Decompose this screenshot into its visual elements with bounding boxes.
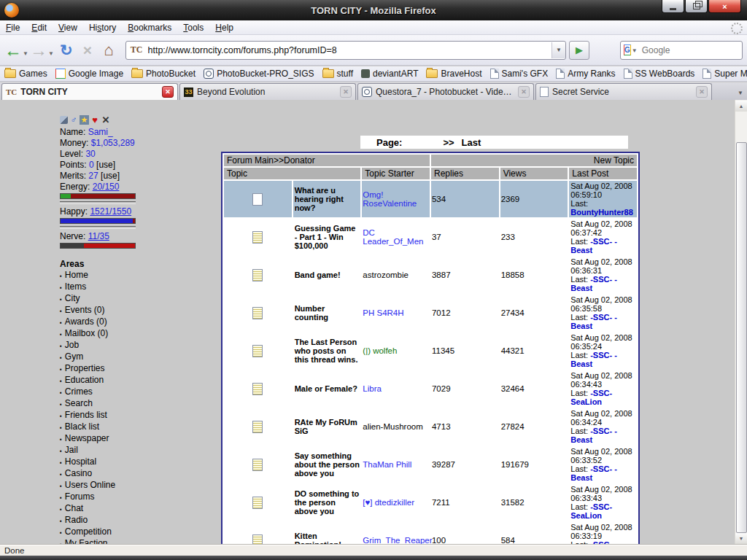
vertical-scrollbar[interactable]: ▲ ▼	[735, 100, 747, 545]
tab-close-icon[interactable]: ✕	[518, 86, 530, 98]
sidebar-link[interactable]: ▪ Job	[60, 340, 180, 351]
sidebar-link[interactable]: ▪ Black list	[60, 421, 180, 433]
sidebar-link[interactable]: ▪ Casino	[60, 468, 180, 480]
points-use-link[interactable]: [use]	[96, 160, 115, 170]
sidebar-link[interactable]: ▪ Competition	[60, 526, 180, 538]
topic-title-link[interactable]: RAte My FoRUm SiG	[295, 418, 357, 435]
browser-tab[interactable]: 33 Beyond Evolution ✕	[179, 83, 356, 100]
star-icon[interactable]: ★	[80, 115, 89, 125]
forward-dropdown-icon[interactable]: ▼	[48, 50, 54, 57]
sidebar-link[interactable]: ▪ Forums	[60, 491, 180, 503]
menu-item[interactable]: Bookmarks	[122, 21, 177, 34]
bookmark-item[interactable]: stuff	[322, 69, 353, 79]
sidebar-link[interactable]: ▪ Users Online	[60, 480, 180, 491]
topic-starter-link[interactable]: alien-Mushroom	[363, 422, 422, 431]
topic-starter-link[interactable]: Grim_The_Reaper	[363, 536, 432, 545]
scrollbar-thumb[interactable]	[736, 142, 747, 533]
bookmark-item[interactable]: Games	[4, 69, 47, 79]
topic-title-link[interactable]: The Last Person who posts on this thread…	[295, 338, 358, 364]
reload-button[interactable]: ↻	[55, 38, 77, 63]
bookmark-item[interactable]: Sami's GFX	[490, 69, 549, 79]
sidebar-link[interactable]: ▪ Gym	[60, 351, 180, 363]
topic-starter-link[interactable]: Libra	[363, 384, 382, 393]
search-engine-dropdown-icon[interactable]: ▼	[632, 47, 638, 54]
sidebar-link[interactable]: ▪ Chat	[60, 503, 180, 515]
sidebar-link[interactable]: ▪ Events (0)	[60, 305, 180, 316]
sidebar-link[interactable]: ▪ Awards (0)	[60, 316, 180, 328]
bookmark-item[interactable]: Super Mario Brothers	[703, 69, 747, 79]
topic-title-link[interactable]: Number counting	[295, 304, 328, 322]
minimize-button[interactable]	[662, 0, 684, 13]
topic-title-link[interactable]: Band game!	[295, 271, 341, 279]
topic-title-link[interactable]: Say something about the person above you	[295, 451, 360, 478]
item-icon[interactable]	[60, 116, 68, 124]
tab-close-icon[interactable]: ✕	[696, 86, 708, 98]
topic-title-link[interactable]: What are u hearing right now?	[295, 186, 344, 212]
home-button[interactable]: ⌂	[98, 38, 120, 63]
bookmark-item[interactable]: Google Image	[55, 69, 123, 79]
menu-item[interactable]: Help	[209, 21, 239, 34]
menu-item[interactable]: Edit	[26, 21, 53, 34]
url-bar[interactable]: TC ▼	[125, 41, 566, 60]
energy-value-link[interactable]: 20/150	[93, 182, 120, 192]
sidebar-link[interactable]: ▪ Jail	[60, 445, 180, 456]
scroll-up-icon[interactable]: ▲	[735, 101, 747, 112]
topic-starter-link[interactable]: ThaMan Phill	[363, 460, 411, 469]
browser-tab[interactable]: Questora_7 - Photobucket - Video and... …	[357, 83, 534, 100]
bookmark-item[interactable]: PhotoBucket	[131, 69, 196, 79]
sidebar-link[interactable]: ▪ Radio	[60, 515, 180, 526]
happy-value-link[interactable]: 1521/1550	[90, 206, 131, 217]
sidebar-link[interactable]: ▪ Friends list	[60, 410, 180, 421]
menu-item[interactable]: View	[53, 21, 83, 34]
browser-tab[interactable]: TC TORN CITY ✕	[1, 83, 178, 100]
nerve-value-link[interactable]: 11/35	[88, 231, 109, 241]
back-button[interactable]: ←▼	[4, 38, 30, 63]
merits-use-link[interactable]: [use]	[101, 171, 120, 181]
sidebar-link[interactable]: ▪ City	[60, 293, 180, 305]
bookmark-item[interactable]: SS WebBoards	[624, 69, 695, 79]
topic-starter-link[interactable]: Omg! RoseValentine	[363, 190, 417, 208]
tab-close-icon[interactable]: ✕	[340, 86, 352, 98]
last-poster-link[interactable]: BountyHunter88	[570, 208, 633, 217]
sidebar-link[interactable]: ▪ Mailbox (0)	[60, 328, 180, 340]
scroll-down-icon[interactable]: ▼	[735, 533, 747, 544]
menu-item[interactable]: History	[83, 21, 122, 34]
heart-icon[interactable]: ♥	[90, 115, 100, 125]
bookmark-item[interactable]: BraveHost	[426, 69, 481, 79]
topic-starter-link[interactable]: astrozombie	[363, 271, 409, 279]
money-value[interactable]: $1,053,289	[91, 138, 135, 148]
close-button[interactable]: ×	[708, 0, 741, 13]
tab-list-dropdown[interactable]: ▼	[734, 85, 747, 100]
sidebar-link[interactable]: ▪ Hospital	[60, 456, 180, 468]
menu-item[interactable]: File	[0, 21, 26, 34]
sidebar-link[interactable]: ▪ Search	[60, 398, 180, 410]
last-page-link[interactable]: Last	[462, 137, 481, 148]
sidebar-link[interactable]: ▪ My Faction	[60, 538, 180, 545]
male-icon[interactable]: ♂	[69, 115, 79, 125]
topic-starter-link[interactable]: PH S4R4H	[363, 308, 403, 317]
sidebar-link[interactable]: ▪ Crimes	[60, 386, 180, 398]
restore-button[interactable]	[685, 0, 708, 13]
bookmark-item[interactable]: deviantART	[361, 69, 418, 79]
sidebar-link[interactable]: ▪ Newspaper	[60, 433, 180, 445]
search-box[interactable]: G ▼	[620, 41, 743, 60]
back-dropdown-icon[interactable]: ▼	[23, 50, 28, 57]
stop-button[interactable]: ×	[77, 38, 98, 63]
forward-button[interactable]: →▼	[30, 38, 55, 63]
x-icon[interactable]: ✕	[101, 115, 111, 125]
sidebar-link[interactable]: ▪ Items	[60, 281, 180, 293]
next-pages-link[interactable]: >>	[443, 137, 454, 148]
sidebar-link[interactable]: ▪ Home	[60, 270, 180, 281]
search-input[interactable]	[639, 44, 747, 56]
profile-name-link[interactable]: Sami_	[88, 127, 113, 137]
url-input[interactable]	[147, 44, 551, 56]
topic-starter-link[interactable]: (|) wolfeh	[363, 346, 397, 355]
tab-close-icon[interactable]: ✕	[162, 86, 174, 98]
sidebar-link[interactable]: ▪ Properties	[60, 363, 180, 375]
topic-title-link[interactable]: Male or Female?	[295, 384, 357, 393]
new-topic-link[interactable]: New Topic	[431, 155, 637, 166]
topic-title-link[interactable]: DO something to the person above you	[295, 489, 360, 516]
topic-starter-link[interactable]: DC Leader_Of_Men	[363, 228, 423, 246]
topic-starter-link[interactable]: [♥] dtedizkiller	[363, 498, 414, 507]
browser-tab[interactable]: Secret Service ✕	[535, 83, 712, 100]
